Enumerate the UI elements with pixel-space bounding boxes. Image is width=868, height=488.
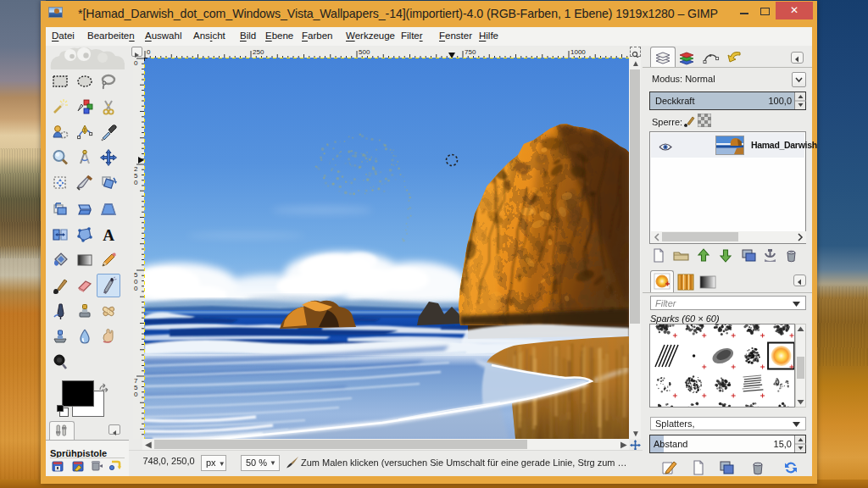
svg-text:A: A — [103, 226, 114, 244]
svg-text:0: 0 — [134, 391, 138, 398]
svg-text:500: 500 — [359, 48, 370, 56]
svg-text:750: 750 — [465, 48, 476, 56]
svg-text:0: 0 — [134, 59, 138, 67]
svg-text:1000: 1000 — [570, 48, 586, 56]
svg-text:0: 0 — [134, 179, 138, 186]
svg-text:0: 0 — [147, 48, 151, 56]
svg-text:0: 0 — [134, 285, 138, 292]
svg-text:250: 250 — [253, 48, 264, 56]
